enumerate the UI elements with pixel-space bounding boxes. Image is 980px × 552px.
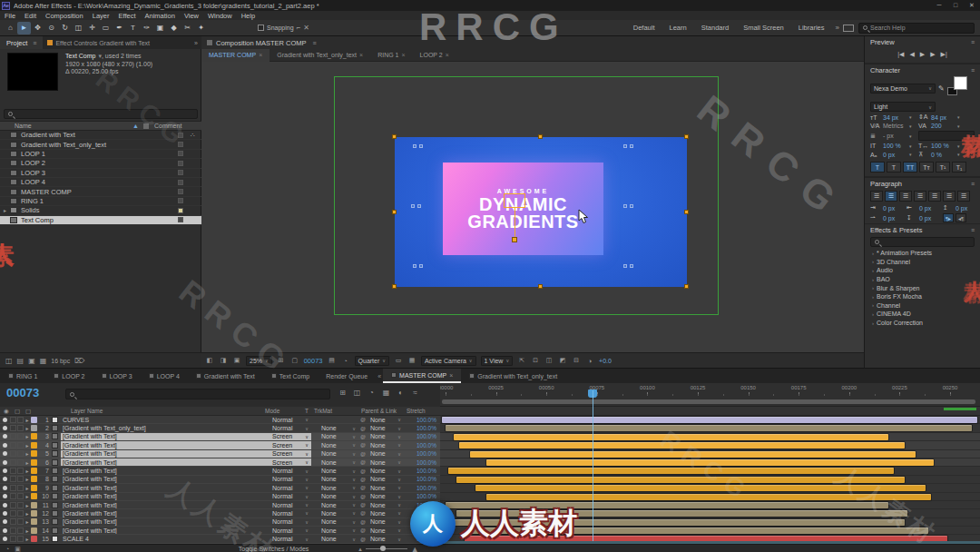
lock-box[interactable] <box>16 485 24 491</box>
mode-select[interactable]: Screen∨ <box>270 433 311 440</box>
parent-select[interactable]: None∨ <box>368 417 404 423</box>
shape-tool[interactable]: ▭ <box>99 22 113 34</box>
anchor-point[interactable] <box>512 237 517 242</box>
twirl-icon[interactable]: › <box>872 259 874 264</box>
font-family-select[interactable]: Nexa Demo∨ <box>870 84 936 94</box>
close-icon[interactable]: × <box>449 372 453 379</box>
visibility-icon[interactable] <box>0 426 9 430</box>
close-icon[interactable]: × <box>359 52 363 58</box>
panel-menu-icon[interactable]: ≡ <box>971 181 975 187</box>
twirl-icon[interactable]: ▸ <box>24 476 31 482</box>
visibility-icon[interactable] <box>0 418 9 422</box>
vertical-scale-value[interactable]: 100 % <box>883 143 907 149</box>
trkmat-select[interactable]: None∨ <box>318 433 358 439</box>
column-trkmat[interactable]: TrkMat <box>314 408 332 414</box>
solo-box[interactable] <box>9 459 16 466</box>
solo-box[interactable] <box>9 433 16 439</box>
effects-item-audio[interactable]: ›Audio <box>865 266 980 275</box>
layer-row[interactable]: ▸3[Gradient with Text]Screen∨None∨@None∨… <box>0 433 440 441</box>
layer-name[interactable]: [Gradient with Text] <box>61 484 270 491</box>
next-frame-button[interactable]: ▶ <box>930 51 935 58</box>
trkmat-select[interactable]: None∨ <box>318 493 358 499</box>
mode-select[interactable]: Normal∨ <box>270 493 311 500</box>
pickwhip-icon[interactable]: @ <box>358 519 368 525</box>
font-size-value[interactable]: 34 px <box>883 114 907 121</box>
stretch-value[interactable]: 100.0% <box>404 502 440 508</box>
stretch-value[interactable]: 100.0% <box>404 536 440 542</box>
current-time[interactable]: 00073 <box>304 357 323 365</box>
trkmat-select[interactable]: None∨ <box>318 442 358 448</box>
timeline-tab-text-comp[interactable]: Text Comp <box>263 369 318 383</box>
twirl-icon[interactable]: › <box>872 268 874 273</box>
pickwhip-icon[interactable]: @ <box>358 417 368 422</box>
baseline-shift-value[interactable]: 0 px <box>883 152 907 158</box>
minimize-button[interactable]: ─ <box>931 2 947 9</box>
align-right-button[interactable]: ☰ <box>899 191 912 202</box>
solo-box[interactable] <box>9 442 16 448</box>
layer-duration-bar[interactable] <box>486 459 935 466</box>
layer-name[interactable]: [Gradient with Text] <box>61 527 270 534</box>
close-icon[interactable]: × <box>259 52 262 58</box>
prev-frame-button[interactable]: ◀ <box>909 51 914 58</box>
layer-row[interactable]: ▸11[Gradient with Text]Normal∨None∨@None… <box>0 501 440 509</box>
layer-name[interactable]: [Gradient with Text] <box>61 441 270 448</box>
project-column-header[interactable]: Name ▲ Comment <box>0 121 201 131</box>
help-search-field[interactable]: Search Help <box>858 23 975 34</box>
timeline-tab-render-queue[interactable]: Render Queue <box>318 369 376 383</box>
menu-window[interactable]: Window <box>203 12 237 20</box>
hide-shy-icon[interactable]: ◔ <box>367 389 377 397</box>
layer-name[interactable]: [Gradient with Text] <box>61 476 270 483</box>
layer-name[interactable]: [Gradient with Text] <box>61 458 270 466</box>
layer-row[interactable]: ▸4[Gradient with Text]Screen∨None∨@None∨… <box>0 441 440 449</box>
label-color-swatch[interactable] <box>31 468 37 474</box>
zoom-in-icon[interactable]: ▲ <box>411 545 419 552</box>
twirl-icon[interactable]: ▸ <box>24 442 31 448</box>
parent-select[interactable]: None∨ <box>368 510 404 517</box>
tab-project[interactable]: Project ≡ <box>0 36 43 49</box>
layer-row[interactable]: ▸8[Gradient with Text]Normal∨None∨@None∨… <box>0 476 440 484</box>
timeline-search-field[interactable] <box>65 389 330 399</box>
work-area-bar[interactable] <box>442 399 975 404</box>
layer-duration-bar[interactable] <box>448 519 905 526</box>
timeline-tab-master-comp[interactable]: MASTER COMP× <box>383 369 461 383</box>
selection-handle[interactable] <box>538 134 543 139</box>
pan-behind-tool[interactable]: ✛ <box>85 22 99 34</box>
selected-layer-bounds[interactable]: AWESOME DYNAMIC GRADIENTS <box>395 137 687 287</box>
mode-select[interactable]: Screen∨ <box>270 458 311 466</box>
orbit-tool[interactable]: ↻ <box>58 22 72 34</box>
character-panel-header[interactable]: Character ≡ <box>865 64 980 75</box>
parent-select[interactable]: None∨ <box>368 450 404 457</box>
timeline-tab-gradient-with-text[interactable]: Gradient with Text <box>188 369 263 383</box>
mode-select[interactable]: Normal∨ <box>270 501 311 508</box>
menu-composition[interactable]: Composition <box>41 12 88 20</box>
transparency-grid-icon[interactable]: ▦ <box>407 357 416 364</box>
leading-value[interactable]: 84 px <box>931 114 956 121</box>
justify-all-button[interactable]: ☰ <box>957 191 970 202</box>
effects-item-3d-channel[interactable]: ›3D Channel <box>865 258 980 267</box>
grid-options-icon[interactable]: ⊡ <box>531 357 540 364</box>
tag-icon[interactable] <box>143 123 149 129</box>
pickwhip-icon[interactable]: @ <box>358 494 368 499</box>
resolution-select[interactable]: Quarter∨ <box>355 356 389 366</box>
new-composition-icon[interactable]: ▣ <box>28 357 35 365</box>
eraser-tool[interactable]: ◆ <box>167 22 181 34</box>
twirl-icon[interactable]: ▸ <box>24 485 31 491</box>
visibility-icon[interactable] <box>0 477 9 481</box>
visibility-icon[interactable] <box>0 537 9 541</box>
more-workspaces-icon[interactable]: » <box>832 24 843 32</box>
solo-box[interactable] <box>9 518 16 525</box>
pickwhip-icon[interactable]: @ <box>358 426 368 431</box>
pickwhip-icon[interactable]: @ <box>358 510 368 516</box>
pickwhip-icon[interactable]: @ <box>358 459 368 465</box>
motion-blur-icon[interactable]: ◐ <box>396 389 406 397</box>
close-icon[interactable]: × <box>401 52 405 58</box>
timeline-zoom-slider[interactable]: ▴ ▲ <box>358 545 418 552</box>
parent-select[interactable]: None∨ <box>368 536 404 542</box>
solo-box[interactable] <box>9 450 16 457</box>
selection-handle[interactable] <box>392 134 397 139</box>
visibility-icon[interactable] <box>0 434 9 439</box>
layer-row[interactable]: ▸10[Gradient with Text]Normal∨None∨@None… <box>0 493 440 501</box>
mode-select[interactable]: Normal∨ <box>270 467 311 474</box>
workspace-standard[interactable]: Standard <box>694 24 736 32</box>
column-parent[interactable]: Parent & Link <box>361 408 397 414</box>
